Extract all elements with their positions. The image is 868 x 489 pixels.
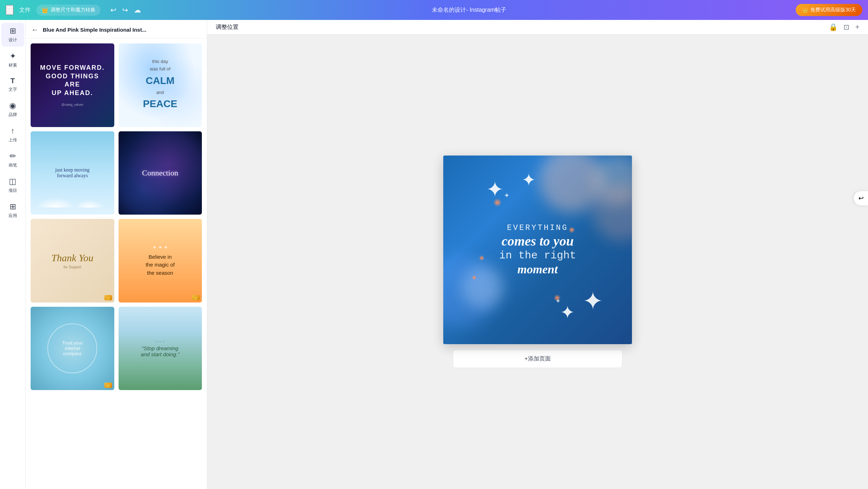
sidebar-item-label: 应用 [9, 213, 17, 219]
template-text: Connection [142, 168, 178, 178]
transform-label: 调整尺寸和魔力转换 [51, 7, 95, 13]
design-canvas[interactable]: ✦ ✦ ✦ ✦ ✦ ✦ EVERYTHING comes to you in t… [443, 156, 632, 368]
menu-button[interactable]: ☰ [6, 5, 14, 15]
header-actions: ↩ ↪ ☁ [109, 4, 142, 16]
template-sparkles: ✦ ✦ ✦ [152, 244, 168, 250]
design-icon: ⊞ [10, 26, 16, 36]
template-card[interactable]: Thank You for Support 👑 [30, 218, 115, 303]
canvas-text-line1: EVERYTHING [470, 224, 605, 232]
upgrade-crown-icon: 👑 [802, 7, 808, 13]
upgrade-button[interactable]: 👑 免费试用高级版30天 [796, 4, 862, 16]
template-subtext: for Support [64, 265, 81, 269]
canvas-toolbar: 调整位置 🔒 ⊡ + [207, 20, 868, 35]
upgrade-label: 免费试用高级版30天 [810, 7, 856, 13]
panel-title: Blue And Pink Simple Inspirational Inst.… [43, 27, 201, 33]
header-center: 未命名的设计- Instagram帖子 [148, 6, 790, 14]
sidebar-item-text[interactable]: T 文字 [1, 73, 24, 96]
template-text: this daywas full of CALM and PEACE [143, 58, 177, 112]
add-element-button[interactable]: + [855, 23, 859, 31]
brand-icon: ◉ [9, 101, 16, 110]
sidebar-item-label: 上传 [9, 137, 17, 143]
materials-icon: ✦ [10, 52, 16, 61]
template-text: Believe inthe magic ofthe season [146, 253, 175, 277]
sidebar-item-upload[interactable]: ↑ 上传 [1, 123, 24, 147]
sidebar-item-label: 材素 [9, 62, 17, 68]
sidebar-item-label: 品牌 [9, 112, 17, 118]
main-layout: ⊞ 设计 ✦ 材素 T 文字 ◉ 品牌 ↑ 上传 ✏ 画笔 ◫ 项目 ⊞ 应用 [0, 20, 868, 489]
template-card[interactable]: this daywas full of CALM and PEACE [118, 43, 203, 128]
app-header: ☰ 文件 👑 调整尺寸和魔力转换 ↩ ↪ ☁ 未命名的设计- Instagram… [0, 0, 868, 20]
template-panel: ← Blue And Pink Simple Inspirational Ins… [26, 20, 207, 489]
template-grid: MOVE FORWARD.GOOD THINGS AREUP AHEAD. @c… [26, 38, 207, 489]
canvas-toolbar-title: 调整位置 [216, 23, 239, 31]
canvas-toolbar-right: 🔒 ⊡ + [829, 23, 859, 31]
crown-icon: 👑 [41, 7, 48, 14]
sidebar-item-projects[interactable]: ◫ 项目 [1, 173, 24, 197]
canvas-text-line4: moment [470, 263, 605, 276]
sparkle-icon: ✦ [560, 302, 575, 323]
header-right: 👑 免费试用高级版30天 [796, 4, 862, 16]
lock-button[interactable]: 🔒 [829, 23, 838, 31]
sidebar-item-brand[interactable]: ◉ 品牌 [1, 98, 24, 121]
pen-icon: ✏ [10, 152, 16, 161]
redo-button[interactable]: ↪ [121, 4, 130, 16]
canvas-area: 调整位置 🔒 ⊡ + [207, 20, 868, 489]
template-author: @categ_values [61, 103, 83, 106]
transform-button[interactable]: 👑 调整尺寸和魔力转换 [36, 5, 100, 16]
sidebar-item-label: 项目 [9, 188, 17, 194]
template-text: "Stop dreamingand start doing." [141, 345, 179, 357]
sidebar-item-label: 文字 [9, 86, 17, 93]
sparkle-icon: ✦ [555, 297, 561, 305]
premium-badge: 👑 [104, 295, 112, 300]
sidebar-item-pen[interactable]: ✏ 画笔 [1, 148, 24, 172]
design-canvas-inner: ✦ ✦ ✦ ✦ ✦ ✦ EVERYTHING comes to you in t… [443, 156, 632, 344]
sidebar-item-label: 画笔 [9, 162, 17, 168]
sparkle-icon: ✦ [582, 286, 603, 316]
template-card[interactable]: just keep movingforward always [30, 131, 115, 216]
sidebar-item-design[interactable]: ⊞ 设计 [1, 23, 24, 47]
cloud-save-button[interactable]: ☁ [132, 4, 142, 16]
header-left: ☰ 文件 👑 调整尺寸和魔力转换 ↩ ↪ ☁ [6, 4, 142, 16]
canvas-text-area: EVERYTHING comes to you in the right mom… [470, 224, 605, 276]
template-text: Trust yourinternalcompass [62, 340, 83, 356]
canvas-content: ✦ ✦ ✦ ✦ ✦ ✦ EVERYTHING comes to you in t… [207, 35, 868, 489]
premium-badge: 👑 [104, 383, 112, 388]
template-text: just keep movingforward always [55, 167, 89, 179]
sidebar-item-materials[interactable]: ✦ 材素 [1, 48, 24, 72]
sparkle-icon: ✦ [504, 191, 510, 200]
template-card[interactable]: Connection [118, 131, 203, 216]
sparkle-icon: ✦ [522, 170, 536, 190]
apps-icon: ⊞ [10, 202, 16, 211]
template-text: MOVE FORWARD.GOOD THINGS AREUP AHEAD. [38, 64, 107, 97]
canvas-text-line2: comes to you [470, 234, 605, 249]
template-card[interactable]: ✦ ✦ ✦ Believe inthe magic ofthe season 👑 [118, 218, 203, 303]
sidebar-item-label: 设计 [9, 37, 17, 43]
document-title: 未命名的设计- Instagram帖子 [432, 6, 506, 14]
undo-button[interactable]: ↩ [109, 4, 118, 16]
duplicate-button[interactable]: ⊡ [843, 23, 849, 31]
template-text: Thank You [51, 252, 93, 264]
chat-bubble-button[interactable]: ↩ [854, 191, 868, 205]
text-icon: T [10, 77, 15, 85]
upload-icon: ↑ [11, 126, 15, 136]
projects-icon: ◫ [9, 177, 16, 186]
template-card[interactable]: Trust yourinternalcompass 👑 [30, 306, 115, 391]
template-sky: ~ ~ ~ [156, 340, 164, 344]
sidebar-item-apps[interactable]: ⊞ 应用 [1, 199, 24, 222]
sidebar: ⊞ 设计 ✦ 材素 T 文字 ◉ 品牌 ↑ 上传 ✏ 画笔 ◫ 项目 ⊞ 应用 [0, 20, 26, 489]
template-card[interactable]: MOVE FORWARD.GOOD THINGS AREUP AHEAD. @c… [30, 43, 115, 128]
sparkle-icon: ✦ [486, 177, 504, 202]
file-button[interactable]: 文件 [19, 6, 31, 14]
add-page-button[interactable]: +添加页面 [453, 350, 622, 368]
premium-badge: 👑 [192, 295, 200, 300]
canvas-text-line3: in the right [470, 249, 605, 263]
panel-header: ← Blue And Pink Simple Inspirational Ins… [26, 20, 207, 38]
panel-back-button[interactable]: ← [31, 26, 38, 34]
template-card[interactable]: ~ ~ ~ "Stop dreamingand start doing." [118, 306, 203, 391]
